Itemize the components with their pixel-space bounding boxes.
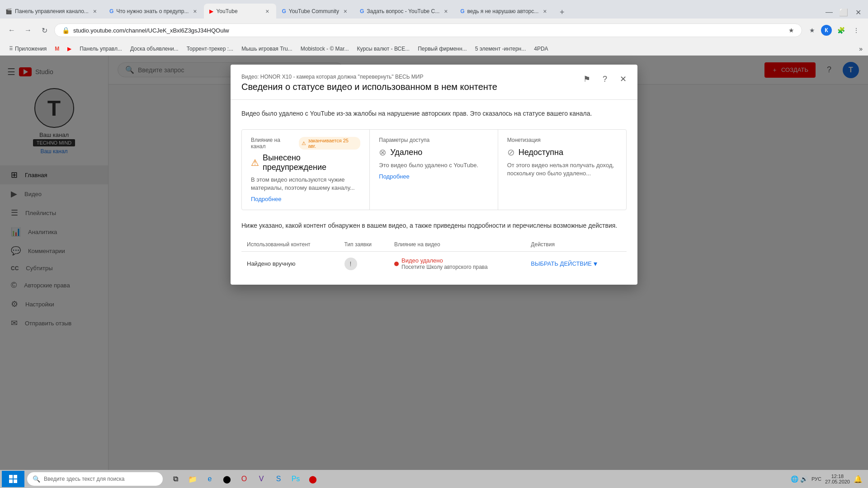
taskbar: 🔍 Введите здесь текст для поиска ⧉ 📁 e ⬤…: [0, 470, 868, 488]
status-card-channel-title: ⚠ Вынесено предупреждение: [251, 153, 360, 172]
bookmark-apps[interactable]: ⠿ Приложения: [5, 44, 50, 53]
bookmark-first[interactable]: Первый фирменн...: [414, 44, 470, 53]
file-explorer-button[interactable]: 📁: [184, 471, 201, 487]
status-card-monetization-header: Монетизация: [507, 137, 617, 143]
clock-time: 12:18: [831, 474, 844, 479]
task-view-button[interactable]: ⧉: [167, 471, 184, 487]
choose-action-button[interactable]: ВЫБРАТЬ ДЕЙСТВИЕ ▾: [531, 259, 597, 268]
th-actions: Действия: [525, 238, 627, 252]
tab-2[interactable]: G Что нужно знать о предупр... ×: [104, 4, 204, 19]
bookmark-4pda[interactable]: 4PDA: [530, 44, 552, 53]
bookmark-yt[interactable]: ▶: [64, 44, 75, 53]
tab5-close[interactable]: ×: [442, 8, 449, 15]
volume-icon[interactable]: 🔊: [800, 475, 808, 483]
status-card-monetization-title: ⊘ Недоступна: [507, 147, 617, 158]
tab2-favicon: G: [109, 8, 113, 14]
channel-details-link[interactable]: Подробнее: [251, 196, 360, 202]
more-options-icon[interactable]: ⋮: [850, 24, 863, 37]
new-tab-button[interactable]: +: [556, 6, 568, 19]
reload-button[interactable]: ↻: [38, 24, 51, 37]
table-row: Найдено вручную ! Видео удалено: [241, 252, 627, 276]
apps-icon: ⠿: [9, 46, 13, 52]
tab-1[interactable]: 🎬 Панель управления канало... ×: [0, 4, 104, 19]
back-button[interactable]: ←: [5, 24, 18, 37]
status-card-access-title-text: Удалено: [390, 148, 422, 157]
bookmark-board[interactable]: Доска объявлени...: [127, 44, 182, 53]
forward-button[interactable]: →: [22, 24, 34, 37]
modal-header-actions: ⚑ ? ✕: [580, 72, 630, 86]
th-claim-type: Тип заявки: [339, 238, 389, 252]
address-bar[interactable]: 🔒 studio.youtube.com/channel/UCJeK_xBxl6…: [54, 23, 802, 37]
modal-description: Видео было удалено с YouTube из-за жалоб…: [241, 109, 627, 118]
chrome-button[interactable]: ⬤: [219, 471, 235, 487]
bookmark-icon[interactable]: ★: [806, 24, 818, 37]
status-card-access-desc: Это видео было удалено с YouTube.: [379, 161, 488, 169]
edge-button[interactable]: e: [202, 471, 218, 487]
minimize-button[interactable]: —: [823, 6, 835, 19]
content-table: Использованный контент Тип заявки Влияни…: [241, 238, 627, 276]
svg-rect-0: [9, 475, 13, 479]
recording-button[interactable]: ⬤: [305, 471, 321, 487]
close-modal-button[interactable]: ✕: [616, 72, 630, 86]
browser-actions: ★ К 🧩 ⋮: [806, 24, 863, 37]
gmail-icon: M: [55, 46, 59, 52]
close-window-button[interactable]: ✕: [852, 6, 864, 19]
dev-tool-2-button[interactable]: S: [270, 471, 287, 487]
action-cell: ВЫБРАТЬ ДЕЙСТВИЕ ▾: [525, 252, 627, 276]
help-icon-button[interactable]: ?: [598, 72, 612, 86]
tab2-close[interactable]: ×: [191, 8, 198, 15]
modal-overlay[interactable]: Видео: HONOR X10 - камера которая должна…: [0, 56, 868, 488]
extensions-icon[interactable]: 🧩: [835, 24, 847, 37]
tab-6[interactable]: G ведь я не нарушаю авторс... ×: [455, 4, 554, 19]
notification-bell-icon[interactable]: 🔔: [854, 475, 863, 483]
bookmark-mobi[interactable]: Mobistock - © Mar...: [297, 44, 353, 53]
bookmark-panel[interactable]: Панель управл...: [76, 44, 126, 53]
tab5-title: Задать вопрос - YouTube C...: [367, 8, 439, 14]
tab6-title: ведь я не нарушаю авторс...: [467, 8, 539, 14]
start-button[interactable]: [2, 471, 24, 487]
maximize-button[interactable]: ⬜: [837, 6, 850, 19]
tab4-close[interactable]: ×: [342, 8, 349, 15]
lang-indicator: РУС: [811, 476, 821, 482]
status-card-access: Параметры доступа ⊗ Удалено Это видео бы…: [370, 130, 498, 210]
content-table-desc: Ниже указано, какой контент обнаружен в …: [241, 221, 627, 230]
tab-bar: 🎬 Панель управления канало... × G Что ну…: [0, 0, 868, 19]
access-details-link[interactable]: Подробнее: [379, 173, 488, 180]
tab-5[interactable]: G Задать вопрос - YouTube C... ×: [354, 4, 455, 19]
status-card-channel-title-text: Вынесено предупреждение: [263, 153, 360, 172]
folder-icon: 📁: [188, 475, 197, 483]
deleted-icon: ⊗: [379, 147, 387, 158]
app-container: ☰ Studio T Ваш канал TECHNO MIND Ваш кан…: [0, 56, 868, 488]
video-removed-text: Видео удалено: [401, 257, 488, 264]
chevron-down-icon: ▾: [594, 259, 597, 268]
taskbar-search[interactable]: 🔍 Введите здесь текст для поиска: [27, 472, 163, 486]
report-icon-button[interactable]: ⚑: [580, 72, 594, 86]
more-bookmarks-button[interactable]: »: [859, 45, 863, 52]
tab1-close[interactable]: ×: [91, 8, 99, 15]
svg-rect-2: [9, 479, 13, 483]
tab3-close[interactable]: ×: [264, 8, 271, 15]
bookmarks-bar: ⠿ Приложения M ▶ Панель управл... Доска …: [0, 42, 868, 56]
profile-icon[interactable]: К: [821, 25, 832, 36]
tab-4[interactable]: G YouTube Community ×: [276, 4, 354, 19]
claim-type-cell: !: [339, 252, 389, 276]
tab-3[interactable]: ▶ YouTube ×: [204, 4, 276, 19]
bookmark-rates[interactable]: Курсы валют - ВСЕ...: [354, 44, 414, 53]
svg-rect-3: [14, 479, 17, 483]
dev-tool-1-button[interactable]: V: [253, 471, 269, 487]
tab6-favicon: G: [460, 8, 464, 14]
opera-button[interactable]: O: [236, 471, 252, 487]
network-icon[interactable]: 🌐: [791, 475, 798, 483]
url-text: studio.youtube.com/channel/UCJeK_xBxl6Z3…: [73, 27, 785, 34]
photoshop-button[interactable]: Ps: [288, 471, 304, 487]
chrome-icon: ⬤: [223, 475, 231, 483]
unavailable-icon: ⊘: [507, 147, 515, 158]
bookmark-mouse[interactable]: Мышь игровая Tru...: [238, 44, 296, 53]
browser-chrome: 🎬 Панель управления канало... × G Что ну…: [0, 0, 868, 56]
action-btn-label: ВЫБРАТЬ ДЕЙСТВИЕ: [531, 260, 592, 267]
bookmark-gmail[interactable]: M: [51, 44, 63, 53]
bookmark-5elem[interactable]: 5 элемент -интерн...: [472, 44, 530, 53]
bookmark-torrent[interactable]: Торрент-трекер :...: [183, 44, 237, 53]
modal-body: Видео было удалено с YouTube из-за жалоб…: [231, 100, 637, 285]
tab6-close[interactable]: ×: [541, 8, 548, 15]
